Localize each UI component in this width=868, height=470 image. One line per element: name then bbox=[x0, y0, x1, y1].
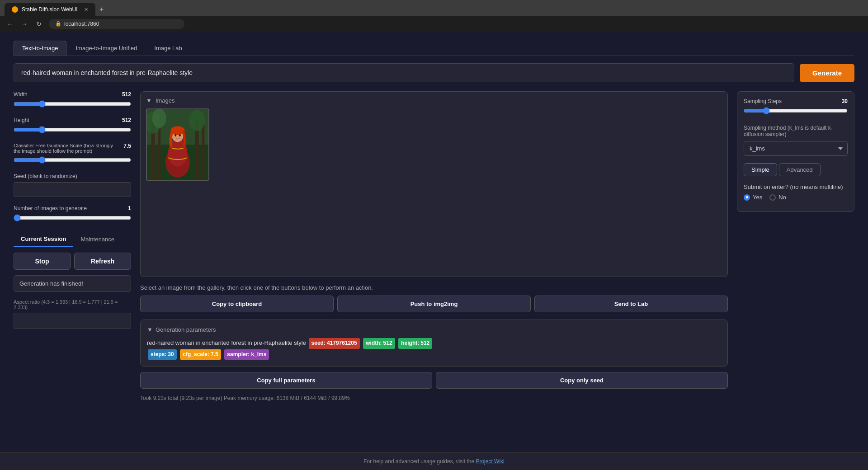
height-value: 512 bbox=[122, 117, 131, 123]
stop-refresh-btns: Stop Refresh bbox=[14, 253, 131, 270]
cfg-label: Classifier Free Guidance Scale (how stro… bbox=[14, 143, 123, 154]
width-value: 512 bbox=[122, 91, 131, 98]
prompt-input[interactable]: red-haired woman in enchanted forest in … bbox=[14, 63, 794, 82]
radio-no-circle bbox=[769, 194, 776, 201]
sampling-method-label: Sampling method (k_lms is default k-diff… bbox=[744, 125, 848, 137]
lock-icon: 🔒 bbox=[55, 21, 61, 27]
center-panel: ▼ Images bbox=[140, 91, 728, 403]
radio-yes-circle bbox=[744, 194, 750, 201]
status-text: Generation has finished! bbox=[19, 280, 83, 287]
num-images-slider[interactable] bbox=[14, 214, 131, 221]
cfg-badge-label: cfg_scale: bbox=[183, 350, 209, 360]
num-images-label: Number of images to generate bbox=[14, 205, 87, 212]
cfg-badge: cfg_scale: 7.5 bbox=[180, 349, 221, 360]
tab-maintenance[interactable]: Maintenance bbox=[73, 232, 121, 247]
status-box: Generation has finished! bbox=[14, 275, 131, 292]
url-text: localhost:7860 bbox=[64, 21, 99, 27]
svg-point-8 bbox=[189, 110, 205, 131]
radio-yes-label: Yes bbox=[753, 194, 762, 201]
generate-button[interactable]: Generate bbox=[800, 64, 854, 82]
sampling-steps-label: Sampling Steps bbox=[744, 98, 782, 104]
copy-to-clipboard-button[interactable]: Copy to clipboard bbox=[140, 296, 334, 312]
sampling-method-select[interactable]: k_lms k_euler k_euler_a k_dpm_2 k_dpm_2_… bbox=[744, 141, 848, 156]
browser-chrome: Stable Diffusion WebUI ✕ + ← → ↻ 🔒 local… bbox=[0, 0, 868, 32]
prompt-row: red-haired woman in enchanted forest in … bbox=[14, 63, 854, 82]
left-panel: Width 512 Height 512 Classifier Free Gui… bbox=[14, 91, 131, 403]
sampling-steps-value: 30 bbox=[842, 98, 848, 104]
num-images-param: Number of images to generate 1 bbox=[14, 205, 131, 223]
images-header: ▼ Images bbox=[146, 97, 722, 104]
reload-button[interactable]: ↻ bbox=[34, 20, 43, 28]
perf-stats: Took 9.23s total (9.23s per image) Peak … bbox=[140, 393, 728, 403]
cfg-slider[interactable] bbox=[14, 156, 131, 164]
width-slider[interactable] bbox=[14, 100, 131, 108]
footer: For help and advanced usage guides, visi… bbox=[0, 452, 868, 470]
seed-label: Seed (blank to randomize) bbox=[14, 173, 77, 179]
project-wiki-link[interactable]: Project Wiki bbox=[476, 458, 504, 465]
cfg-label-row: Classifier Free Guidance Scale (how stro… bbox=[14, 143, 131, 154]
push-to-img2img-button[interactable]: Push to img2img bbox=[337, 296, 531, 312]
height-label: Height bbox=[14, 117, 29, 123]
footer-text: For help and advanced usage guides, visi… bbox=[363, 458, 476, 465]
tab-close-btn[interactable]: ✕ bbox=[84, 7, 88, 13]
height-slider[interactable] bbox=[14, 126, 131, 133]
aspect-ratio-section: Aspect ratio (4:3 = 1.333 | 16:9 = 1.777… bbox=[14, 299, 131, 329]
tab-advanced[interactable]: Advanced bbox=[779, 163, 821, 176]
sampler-badge: sampler: k_lms bbox=[224, 349, 269, 360]
sampling-steps-label-row: Sampling Steps 30 bbox=[744, 98, 848, 104]
height-badge: height: 512 bbox=[398, 338, 432, 349]
images-expand-icon[interactable]: ▼ bbox=[146, 97, 152, 104]
tab-image-lab[interactable]: Image Lab bbox=[146, 41, 190, 56]
num-images-value: 1 bbox=[128, 205, 131, 212]
width-label-row: Width 512 bbox=[14, 91, 131, 98]
gen-params-header[interactable]: ▼ Generation parameters bbox=[147, 326, 721, 333]
refresh-button[interactable]: Refresh bbox=[74, 253, 131, 270]
new-tab-button[interactable]: + bbox=[95, 3, 108, 16]
generated-image[interactable] bbox=[146, 108, 209, 181]
width-badge: width: 512 bbox=[363, 338, 395, 349]
tab-image-to-image[interactable]: Image-to-Image Unified bbox=[67, 41, 145, 56]
svg-point-14 bbox=[175, 134, 176, 136]
svg-point-15 bbox=[179, 134, 181, 136]
height-label-row: Height 512 bbox=[14, 117, 131, 123]
stop-button[interactable]: Stop bbox=[14, 253, 71, 270]
cfg-value: 7.5 bbox=[123, 143, 131, 154]
width-label: Width bbox=[14, 91, 28, 98]
sampling-steps-slider[interactable] bbox=[744, 107, 848, 114]
radio-no[interactable]: No bbox=[769, 194, 786, 201]
seed-input[interactable] bbox=[14, 182, 131, 197]
image-action-btns: Copy to clipboard Push to img2img Send t… bbox=[140, 296, 728, 312]
width-param: Width 512 bbox=[14, 91, 131, 109]
seed-label-row: Seed (blank to randomize) bbox=[14, 173, 131, 179]
seed-param: Seed (blank to randomize) bbox=[14, 173, 131, 197]
tab-bar: Stable Diffusion WebUI ✕ + bbox=[0, 0, 868, 16]
app-container: Text-to-Image Image-to-Image Unified Ima… bbox=[0, 32, 868, 470]
tab-simple[interactable]: Simple bbox=[744, 163, 777, 176]
height-param: Height 512 bbox=[14, 117, 131, 135]
copy-only-seed-button[interactable]: Copy only seed bbox=[436, 372, 728, 389]
steps-badge-value: 30 bbox=[168, 350, 174, 360]
session-tabs: Current Session Maintenance bbox=[14, 232, 131, 247]
height-badge-label: height: bbox=[401, 338, 419, 348]
simple-advanced-tabs: Simple Advanced bbox=[744, 163, 848, 176]
select-hint: Select an image from the gallery, then c… bbox=[140, 282, 728, 296]
tab-text-to-image[interactable]: Text-to-Image bbox=[14, 41, 66, 56]
forward-button[interactable]: → bbox=[20, 20, 29, 28]
copy-full-params-button[interactable]: Copy full parameters bbox=[140, 372, 432, 389]
radio-yes[interactable]: Yes bbox=[744, 194, 762, 201]
images-header-label: Images bbox=[156, 97, 175, 104]
active-tab[interactable]: Stable Diffusion WebUI ✕ bbox=[5, 3, 95, 16]
radio-no-label: No bbox=[778, 194, 786, 201]
right-panel-box: Sampling Steps 30 Sampling method (k_lms… bbox=[737, 91, 854, 212]
width-badge-label: width: bbox=[366, 338, 382, 348]
right-panel: Sampling Steps 30 Sampling method (k_lms… bbox=[737, 91, 854, 403]
back-button[interactable]: ← bbox=[5, 20, 14, 28]
gen-params-text: red-haired woman in enchanted forest in … bbox=[147, 338, 721, 360]
prompt-display-text: red-haired woman in enchanted forest in … bbox=[147, 339, 306, 346]
tab-current-session[interactable]: Current Session bbox=[14, 232, 73, 247]
send-to-lab-button[interactable]: Send to Lab bbox=[534, 296, 728, 312]
address-bar: ← → ↻ 🔒 localhost:7860 bbox=[0, 16, 868, 32]
seed-badge-value: 4179761205 bbox=[327, 338, 357, 348]
height-badge-value: 512 bbox=[420, 338, 429, 348]
url-box[interactable]: 🔒 localhost:7860 bbox=[49, 19, 184, 29]
